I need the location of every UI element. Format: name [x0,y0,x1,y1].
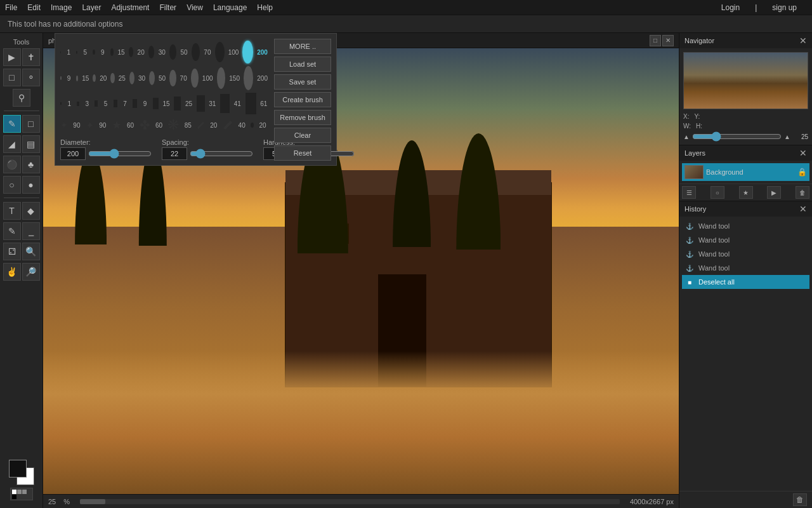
brush-sq-1[interactable] [60,102,62,105]
layer-tool-2[interactable]: ○ [710,186,724,199]
brush-dot-9[interactable] [93,50,95,55]
brush-dot-20-2[interactable] [251,123,254,128]
brush-line-40[interactable] [223,121,232,130]
brush-dot-20[interactable] [129,47,133,57]
brush-sq-41[interactable] [220,94,230,113]
canvas-scrollbar[interactable] [80,499,620,504]
login-link[interactable]: Login [721,3,740,12]
canvas-close-button[interactable]: ✕ [662,35,674,46]
tool-lasso[interactable]: ⚬ [22,69,40,86]
brush-soft-30[interactable] [129,72,134,84]
brush-star-60-2[interactable]: ✤ [140,117,150,133]
brush-dot-15[interactable] [110,48,114,56]
menu-view[interactable]: View [187,3,203,12]
canvas-scrollthumb[interactable] [80,499,105,504]
navigator-close-button[interactable]: ✕ [799,36,807,46]
brush-soft-25[interactable] [110,73,114,83]
tool-eyedropper[interactable]: ⚲ [13,89,30,107]
tool-brush[interactable]: ✎ [3,115,21,133]
brush-sq-61[interactable] [246,93,256,114]
tool-eraser[interactable]: □ [22,115,40,133]
layer-item-background[interactable]: Background 🔒 [682,163,809,181]
brush-line-20[interactable] [197,121,204,128]
reset-button[interactable]: Reset [274,145,331,161]
menu-filter[interactable]: Filter [159,3,176,12]
color-swatches[interactable] [9,460,34,485]
navigator-zoom-slider[interactable] [692,132,782,141]
brush-dot-50[interactable] [169,44,176,60]
brush-dot-200-selected[interactable] [242,41,253,64]
menu-help[interactable]: Help [257,3,273,12]
tool-fill[interactable]: ◢ [3,135,21,153]
brush-sq-7[interactable] [114,100,117,107]
brush-soft-100[interactable] [191,69,199,88]
brush-soft-9[interactable] [60,76,62,80]
tool-pen[interactable]: ✎ [3,222,21,240]
menu-language[interactable]: Language [213,3,247,12]
diameter-slider[interactable] [88,149,152,158]
brush-soft-70[interactable] [169,70,176,86]
layer-tool-3[interactable]: ★ [739,186,753,199]
history-item-3[interactable]: ⚓ Wand tool [682,261,809,275]
brush-sq-15[interactable] [153,98,159,109]
brush-star-90-1[interactable]: ✦ [60,120,68,130]
brush-soft-150[interactable] [217,67,226,89]
brush-soft-15[interactable] [76,76,79,81]
layer-delete-button[interactable]: 🗑 [796,186,809,199]
brush-dot-30[interactable] [148,46,154,58]
history-item-4[interactable]: ■ Deselect all [682,275,809,289]
brush-star-85[interactable]: ❋ [167,117,179,133]
save-set-button[interactable]: Save set [274,74,331,90]
brush-sq-25[interactable] [174,97,181,110]
tool-select[interactable]: ▶ [3,48,21,66]
load-set-button[interactable]: Load set [274,57,331,72]
history-item-1[interactable]: ⚓ Wand tool [682,233,809,247]
brush-sq-9[interactable] [133,99,137,108]
tool-gradient[interactable]: ▤ [22,135,40,153]
brush-dot-70[interactable] [192,43,200,61]
brush-sq-5[interactable] [95,100,98,107]
tool-warp[interactable]: ⚁ [3,243,21,260]
remove-brush-button[interactable]: Remove brush [274,110,331,125]
tool-rect-select[interactable]: □ [3,69,21,86]
history-item-0[interactable]: ⚓ Wand tool [682,219,809,233]
tool-dodge[interactable]: ○ [3,176,21,194]
tool-text[interactable]: T [3,202,21,220]
brush-star-90-2[interactable]: ✦ [86,119,94,131]
history-delete-button[interactable]: 🗑 [793,493,807,506]
tool-zoom2[interactable]: 🔎 [22,263,40,281]
menu-file[interactable]: File [5,3,17,12]
signup-link[interactable]: sign up [772,3,797,12]
brush-soft-200[interactable] [244,66,253,90]
tool-shape[interactable]: ◆ [22,202,40,220]
brush-soft-20[interactable] [93,74,96,82]
more-button[interactable]: MORE .. [274,39,331,54]
layers-close-button[interactable]: ✕ [799,148,807,158]
create-brush-button[interactable]: Create brush [274,92,331,107]
clear-button[interactable]: Clear [274,128,331,143]
tool-move[interactable]: ✝ [22,48,40,66]
tool-pan[interactable]: ✌ [3,263,21,281]
history-item-2[interactable]: ⚓ Wand tool [682,247,809,261]
brush-sq-3[interactable] [77,102,79,106]
menu-adjustment[interactable]: Adjustment [111,3,149,12]
brush-sq-31[interactable] [197,95,205,112]
menu-edit[interactable]: Edit [27,3,41,12]
tool-clone[interactable]: ♣ [22,156,40,173]
brush-star-60[interactable]: ★ [112,118,122,132]
tool-zoom[interactable]: 🔍 [22,243,40,260]
tool-smudge[interactable]: ⚫ [3,156,21,173]
brush-soft-50[interactable] [149,71,155,85]
layer-tool-1[interactable]: ☰ [682,186,696,199]
canvas-restore-button[interactable]: □ [650,35,661,46]
tool-burn[interactable]: ● [22,176,40,194]
brush-dot-5[interactable] [76,51,77,54]
brush-dot-100[interactable] [215,42,225,62]
layer-tool-4[interactable]: ▶ [767,186,781,199]
foreground-color[interactable] [9,460,27,478]
history-close-button[interactable]: ✕ [799,204,807,214]
menu-image[interactable]: Image [51,3,72,12]
spacing-slider[interactable] [190,149,253,158]
brush-dot-3[interactable] [60,51,61,53]
color-grid-button[interactable] [10,488,33,500]
